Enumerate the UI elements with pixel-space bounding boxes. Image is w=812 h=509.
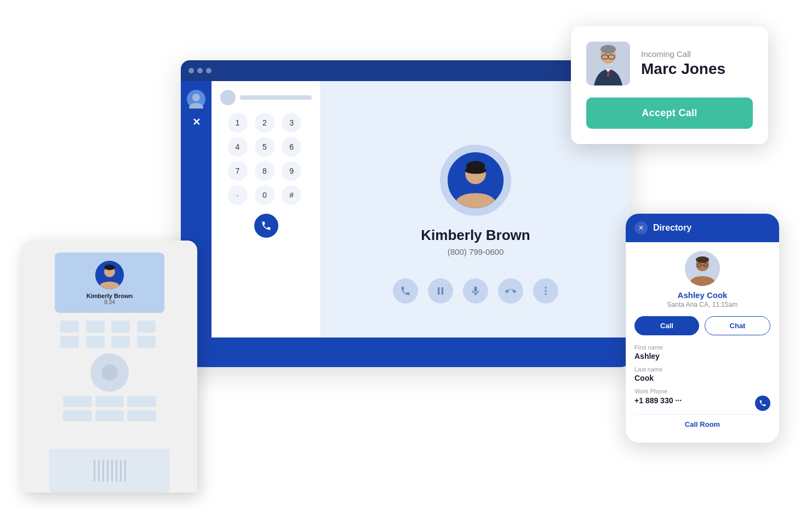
vonage-x-logo: ✕ bbox=[192, 116, 201, 128]
dial-key-4[interactable]: 4 bbox=[228, 137, 248, 157]
phone-nav-ring[interactable] bbox=[90, 353, 129, 392]
contact-mobile-location: Santa Ana CA, 11:15am bbox=[667, 301, 738, 308]
dial-call-button[interactable] bbox=[254, 214, 278, 238]
phone-b-key bbox=[63, 396, 92, 407]
contact-mobile-avatar bbox=[685, 251, 720, 286]
dial-key-7[interactable]: 7 bbox=[228, 161, 248, 181]
titlebar-dots bbox=[188, 68, 211, 73]
contact-mobile-name: Ashley Cook bbox=[678, 290, 728, 300]
work-phone-label: Work Phone bbox=[634, 388, 770, 394]
call-room-button[interactable]: Call Room bbox=[634, 414, 770, 434]
phone-key bbox=[111, 321, 130, 333]
incoming-call-card: Incoming Call Marc Jones Accept Call bbox=[571, 26, 768, 144]
svg-point-10 bbox=[465, 167, 486, 174]
phone-b-key bbox=[127, 396, 156, 407]
contact-action-buttons: Call Chat bbox=[634, 316, 770, 335]
dial-key-3[interactable]: 3 bbox=[282, 113, 301, 133]
title-bar bbox=[181, 60, 630, 81]
ctrl-phone-btn[interactable] bbox=[393, 278, 418, 304]
accept-call-button[interactable]: Accept Call bbox=[586, 98, 753, 129]
mobile-header: ✕ Directory bbox=[626, 214, 779, 242]
phone-screen: Kimberly Brown 8:34 bbox=[55, 253, 164, 313]
svg-point-2 bbox=[601, 45, 616, 54]
dial-key-5[interactable]: 5 bbox=[255, 137, 275, 157]
work-phone-call-icon[interactable] bbox=[755, 396, 770, 411]
dial-key-1[interactable]: 1 bbox=[228, 113, 248, 133]
speaker-line bbox=[102, 460, 104, 482]
dial-key-6[interactable]: 6 bbox=[282, 137, 301, 157]
phone-key bbox=[111, 336, 130, 348]
ctrl-end-btn[interactable] bbox=[498, 278, 523, 304]
speaker-line bbox=[120, 460, 122, 482]
phone-screen-status: 8:34 bbox=[104, 299, 115, 305]
dial-input-row bbox=[220, 90, 312, 105]
phone-side-keys bbox=[60, 321, 159, 348]
speaker-line bbox=[107, 460, 108, 482]
svg-point-15 bbox=[545, 293, 546, 295]
dial-key-9[interactable]: 9 bbox=[282, 161, 301, 181]
phone-key bbox=[60, 336, 79, 348]
work-phone-row: +1 889 330 ··· bbox=[634, 396, 770, 411]
incoming-label: Incoming Call bbox=[641, 49, 725, 59]
speaker-line bbox=[111, 460, 113, 482]
mobile-directory-title: Directory bbox=[653, 223, 770, 233]
ctrl-more-btn[interactable] bbox=[533, 278, 558, 304]
mobile-call-button[interactable]: Call bbox=[634, 316, 699, 335]
phone-screen-name: Kimberly Brown bbox=[87, 293, 133, 299]
app-bottom-bar bbox=[211, 338, 630, 367]
caller-avatar bbox=[586, 42, 630, 85]
desk-phone: Kimberly Brown 8:34 bbox=[11, 208, 219, 493]
caller-info: Incoming Call Marc Jones bbox=[641, 49, 725, 78]
speaker-line bbox=[94, 460, 95, 482]
dial-avatar bbox=[220, 90, 236, 105]
desktop-body: ✕ 1 2 3 4 5 6 7 8 9 · 0 # bbox=[181, 81, 630, 367]
phone-key bbox=[137, 336, 156, 348]
phone-bottom-keys bbox=[63, 396, 156, 421]
phone-speaker bbox=[49, 449, 170, 493]
phone-screen-avatar bbox=[95, 261, 124, 289]
desktop-app-window: ✕ 1 2 3 4 5 6 7 8 9 · 0 # bbox=[181, 60, 630, 367]
phone-b-key bbox=[95, 396, 124, 407]
ctrl-mute-btn[interactable] bbox=[463, 278, 488, 304]
last-name-value: Cook bbox=[634, 374, 770, 382]
svg-point-14 bbox=[545, 290, 546, 291]
dial-key-0[interactable]: 0 bbox=[255, 185, 275, 205]
dial-key-dot[interactable]: · bbox=[228, 185, 248, 205]
phone-b-key bbox=[63, 410, 92, 421]
work-phone-value: +1 889 330 ··· bbox=[634, 396, 682, 405]
call-controls bbox=[393, 278, 558, 304]
dial-key-8[interactable]: 8 bbox=[255, 161, 275, 181]
dial-input-line bbox=[240, 95, 312, 100]
phone-b-key bbox=[127, 410, 156, 421]
contact-phone-main: (800) 799-0600 bbox=[448, 247, 504, 256]
speaker-line bbox=[116, 460, 117, 482]
phone-nav-inner bbox=[101, 364, 118, 381]
svg-rect-11 bbox=[438, 287, 439, 294]
dial-key-hash[interactable]: # bbox=[282, 185, 301, 205]
svg-rect-12 bbox=[442, 287, 443, 294]
speaker-line bbox=[98, 460, 100, 482]
titlebar-dot-2 bbox=[197, 68, 203, 73]
contact-profile: Ashley Cook Santa Ana CA, 11:15am bbox=[634, 251, 770, 308]
titlebar-dot-1 bbox=[188, 68, 194, 73]
sidebar-user-avatar bbox=[187, 90, 205, 108]
mobile-body: Ashley Cook Santa Ana CA, 11:15am Call C… bbox=[626, 242, 779, 443]
ctrl-pause-btn[interactable] bbox=[428, 278, 453, 304]
svg-point-21 bbox=[696, 256, 709, 263]
phone-body: Kimberly Brown 8:34 bbox=[22, 241, 197, 493]
contact-avatar-large bbox=[440, 145, 511, 216]
mobile-close-button[interactable]: ✕ bbox=[634, 221, 648, 235]
call-header: Incoming Call Marc Jones bbox=[586, 42, 753, 85]
svg-point-13 bbox=[545, 287, 546, 289]
last-name-label: Last name bbox=[634, 366, 770, 373]
phone-key bbox=[86, 336, 105, 348]
phone-key bbox=[137, 321, 156, 333]
speaker-line bbox=[124, 460, 126, 482]
dial-key-2[interactable]: 2 bbox=[255, 113, 275, 133]
speaker-lines bbox=[94, 460, 126, 482]
svg-point-6 bbox=[192, 94, 200, 101]
mobile-chat-button[interactable]: Chat bbox=[705, 316, 770, 335]
first-name-value: Ashley bbox=[634, 352, 770, 361]
first-name-label: First name bbox=[634, 344, 770, 351]
phone-key bbox=[86, 321, 105, 333]
